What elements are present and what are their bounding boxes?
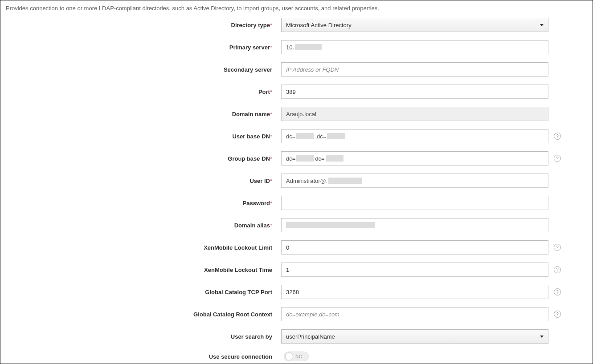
help-icon[interactable]: ?: [554, 311, 561, 318]
user-id-input[interactable]: Administrator@.: [281, 174, 548, 188]
ldap-config-panel: Provides connection to one or more LDAP-…: [0, 0, 593, 364]
help-icon[interactable]: ?: [554, 288, 561, 295]
password-input[interactable]: [281, 196, 548, 210]
label-user-id: User ID*: [9, 178, 281, 184]
help-icon[interactable]: ?: [554, 133, 561, 140]
lockout-time-input[interactable]: [281, 263, 548, 277]
redacted-text: [326, 155, 344, 162]
label-group-base-dn: Group base DN*: [9, 155, 281, 162]
label-use-secure: Use secure connection: [9, 353, 281, 360]
redacted-text: [295, 44, 322, 50]
gc-root-context-input[interactable]: [281, 307, 548, 321]
chevron-down-icon: [540, 336, 544, 338]
user-base-dn-input[interactable]: dc=,dc=: [281, 129, 548, 143]
domain-alias-input[interactable]: [281, 218, 548, 232]
row-lockout-limit: XenMobile Lockout Limit ?: [9, 240, 584, 255]
primary-server-input[interactable]: 10.: [281, 40, 548, 54]
group-base-dn-input[interactable]: dc= dc=: [281, 151, 548, 166]
gc-tcp-port-input[interactable]: [281, 285, 548, 299]
row-domain-name: Domain name*: [9, 107, 584, 121]
row-gc-tcp-port: Global Catalog TCP Port ?: [9, 285, 584, 299]
row-use-secure: Use secure connection NO: [9, 352, 584, 361]
row-gc-root-context: Global Catalog Root Context ?: [9, 307, 584, 321]
chevron-down-icon: [540, 24, 544, 26]
label-port: Port*: [9, 89, 281, 95]
row-group-base-dn: Group base DN* dc= dc= ?: [9, 151, 584, 166]
directory-type-select[interactable]: Microsoft Active Directory: [281, 18, 548, 32]
row-user-base-dn: User base DN* dc=,dc= ?: [9, 129, 584, 143]
row-user-search-by: User search by userPrincipalName: [9, 329, 584, 344]
redacted-text: [327, 133, 345, 139]
row-secondary-server: Secondary server: [9, 62, 584, 77]
use-secure-toggle[interactable]: NO: [284, 352, 309, 361]
row-user-id: User ID* Administrator@.: [9, 174, 584, 188]
label-user-base-dn: User base DN*: [9, 133, 281, 140]
help-icon[interactable]: ?: [554, 244, 561, 251]
row-primary-server: Primary server* 10.: [9, 40, 584, 54]
label-domain-name: Domain name*: [9, 111, 281, 117]
label-domain-alias: Domain alias*: [9, 222, 281, 229]
lockout-limit-input[interactable]: [281, 240, 548, 255]
help-icon[interactable]: ?: [554, 155, 561, 162]
form-area: Directory type* Microsoft Active Directo…: [0, 14, 593, 364]
secondary-server-input[interactable]: [281, 62, 548, 77]
label-directory-type: Directory type*: [9, 22, 281, 28]
row-domain-alias: Domain alias*: [9, 218, 584, 232]
user-search-by-select[interactable]: userPrincipalName: [281, 329, 548, 344]
redacted-text: [296, 155, 314, 162]
help-icon[interactable]: ?: [554, 266, 561, 273]
label-lockout-time: XenMobile Lockout Time: [9, 267, 281, 273]
redacted-text: [286, 222, 375, 228]
label-gc-tcp-port: Global Catalog TCP Port: [9, 289, 281, 295]
row-lockout-time: XenMobile Lockout Time ?: [9, 263, 584, 277]
label-primary-server: Primary server*: [9, 44, 281, 51]
domain-name-input: [281, 107, 548, 121]
label-lockout-limit: XenMobile Lockout Limit: [9, 244, 281, 251]
label-user-search-by: User search by: [9, 333, 281, 340]
toggle-knob: [285, 352, 293, 360]
row-password: Password*: [9, 196, 584, 210]
port-input[interactable]: [281, 85, 548, 99]
row-port: Port*: [9, 85, 584, 99]
label-secondary-server: Secondary server: [9, 66, 281, 73]
label-gc-root-context: Global Catalog Root Context: [9, 311, 281, 318]
redacted-text: [296, 133, 314, 139]
panel-description: Provides connection to one or more LDAP-…: [0, 0, 593, 14]
redacted-text: [328, 178, 362, 184]
label-password: Password*: [9, 200, 281, 206]
row-directory-type: Directory type* Microsoft Active Directo…: [9, 18, 584, 32]
